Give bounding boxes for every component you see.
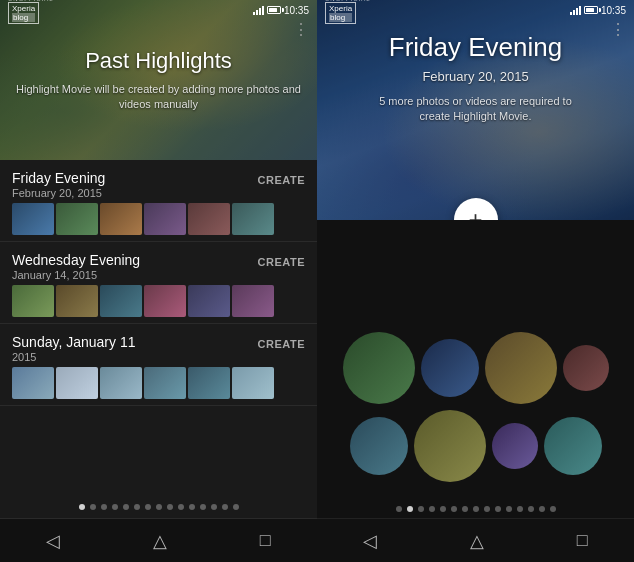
thumbnail: [12, 367, 54, 399]
circle-photo[interactable]: [492, 423, 538, 469]
dot[interactable]: [156, 504, 162, 510]
item-info-1: Friday Evening February 20, 2015: [12, 170, 258, 199]
circle-photo[interactable]: [563, 345, 609, 391]
circle-photo[interactable]: [414, 410, 486, 482]
status-icons-right: 10:35: [570, 5, 626, 16]
thumbnail: [56, 367, 98, 399]
highlights-list: Friday Evening February 20, 2015 CREATE …: [0, 160, 317, 496]
thumbnail: [232, 203, 274, 235]
dot[interactable]: [167, 504, 173, 510]
brand-blog-right: blog: [329, 13, 352, 22]
dot[interactable]: [473, 506, 479, 512]
circle-photo[interactable]: [485, 332, 557, 404]
add-photos-button[interactable]: +: [454, 198, 498, 220]
dot[interactable]: [178, 504, 184, 510]
brand-left: UNOFFICIAL Xperia blog: [8, 0, 54, 24]
thumbnail: [100, 203, 142, 235]
right-hero-note: 5 more photos or videos are required to …: [376, 94, 576, 125]
back-button-right[interactable]: ◁: [363, 530, 377, 552]
dot[interactable]: [506, 506, 512, 512]
item-header-1: Friday Evening February 20, 2015 CREATE: [12, 170, 305, 199]
dot[interactable]: [539, 506, 545, 512]
circles-container: [317, 302, 634, 492]
home-button-right[interactable]: △: [470, 530, 484, 552]
dot[interactable]: [528, 506, 534, 512]
status-icons-left: 10:35: [253, 5, 309, 16]
right-hero: UNOFFICIAL Xperia blog 10:35 ⋮: [317, 0, 634, 220]
thumbnail: [56, 285, 98, 317]
left-panel: UNOFFICIAL Xperia blog 10:35 ⋮: [0, 0, 317, 562]
signal-icon-left: [253, 5, 264, 15]
brand-box-right: Xperia blog: [325, 2, 356, 24]
dot[interactable]: [462, 506, 468, 512]
item-info-2: Wednesday Evening January 14, 2015: [12, 252, 258, 281]
circle-photo[interactable]: [421, 339, 479, 397]
signal-icon-right: [570, 5, 581, 15]
time-left: 10:35: [284, 5, 309, 16]
right-hero-title: Friday Evening: [389, 32, 562, 63]
dot[interactable]: [90, 504, 96, 510]
item-title-3: Sunday, January 11: [12, 334, 258, 350]
right-hero-overlay: Friday Evening February 20, 2015 5 more …: [317, 0, 634, 220]
dot[interactable]: [222, 504, 228, 510]
pagination-dots-left: [0, 496, 317, 518]
dot[interactable]: [233, 504, 239, 510]
dot[interactable]: [134, 504, 140, 510]
item-date-3: 2015: [12, 351, 258, 363]
item-date-1: February 20, 2015: [12, 187, 258, 199]
thumbnail: [188, 367, 230, 399]
left-hero: UNOFFICIAL Xperia blog 10:35 ⋮: [0, 0, 317, 160]
brand-xperia-left: Xperia: [12, 4, 35, 13]
create-button-2[interactable]: CREATE: [258, 254, 305, 270]
dot[interactable]: [396, 506, 402, 512]
dot[interactable]: [123, 504, 129, 510]
dot[interactable]: [440, 506, 446, 512]
hero-title-left: Past Highlights: [85, 48, 232, 74]
circle-photo[interactable]: [350, 417, 408, 475]
dot[interactable]: [145, 504, 151, 510]
thumbnail: [232, 367, 274, 399]
item-title-1: Friday Evening: [12, 170, 258, 186]
hero-subtitle-left: Highlight Movie will be created by addin…: [10, 82, 307, 113]
dot[interactable]: [200, 504, 206, 510]
home-button-left[interactable]: △: [153, 530, 167, 552]
list-item[interactable]: Wednesday Evening January 14, 2015 CREAT…: [0, 242, 317, 324]
dot[interactable]: [484, 506, 490, 512]
thumbnails-row-3: [12, 367, 305, 399]
brand-box-left: Xperia blog: [8, 2, 39, 24]
list-item[interactable]: Sunday, January 11 2015 CREATE: [0, 324, 317, 406]
dot[interactable]: [101, 504, 107, 510]
dot[interactable]: [429, 506, 435, 512]
dot[interactable]: [407, 506, 413, 512]
dot[interactable]: [79, 504, 85, 510]
dot[interactable]: [550, 506, 556, 512]
list-item[interactable]: Friday Evening February 20, 2015 CREATE: [0, 160, 317, 242]
recent-button-right[interactable]: □: [577, 530, 588, 551]
item-info-3: Sunday, January 11 2015: [12, 334, 258, 363]
left-nav-bar: ◁ △ □: [0, 518, 317, 562]
add-button-container: +: [454, 198, 498, 220]
create-button-3[interactable]: CREATE: [258, 336, 305, 352]
right-photos-area: [317, 220, 634, 500]
thumbnail: [12, 203, 54, 235]
dot[interactable]: [211, 504, 217, 510]
create-button-1[interactable]: CREATE: [258, 172, 305, 188]
dot[interactable]: [495, 506, 501, 512]
dot[interactable]: [112, 504, 118, 510]
dot[interactable]: [418, 506, 424, 512]
thumbnail: [12, 285, 54, 317]
circle-photo[interactable]: [343, 332, 415, 404]
dot[interactable]: [517, 506, 523, 512]
thumbnail: [144, 203, 186, 235]
right-hero-date: February 20, 2015: [422, 69, 528, 84]
brand-blog-left: blog: [12, 13, 35, 22]
dot[interactable]: [189, 504, 195, 510]
left-status-bar: UNOFFICIAL Xperia blog 10:35: [0, 0, 317, 20]
dot[interactable]: [451, 506, 457, 512]
brand-right: UNOFFICIAL Xperia blog: [325, 0, 371, 24]
back-button-left[interactable]: ◁: [46, 530, 60, 552]
circle-photo[interactable]: [544, 417, 602, 475]
item-header-3: Sunday, January 11 2015 CREATE: [12, 334, 305, 363]
item-date-2: January 14, 2015: [12, 269, 258, 281]
recent-button-left[interactable]: □: [260, 530, 271, 551]
